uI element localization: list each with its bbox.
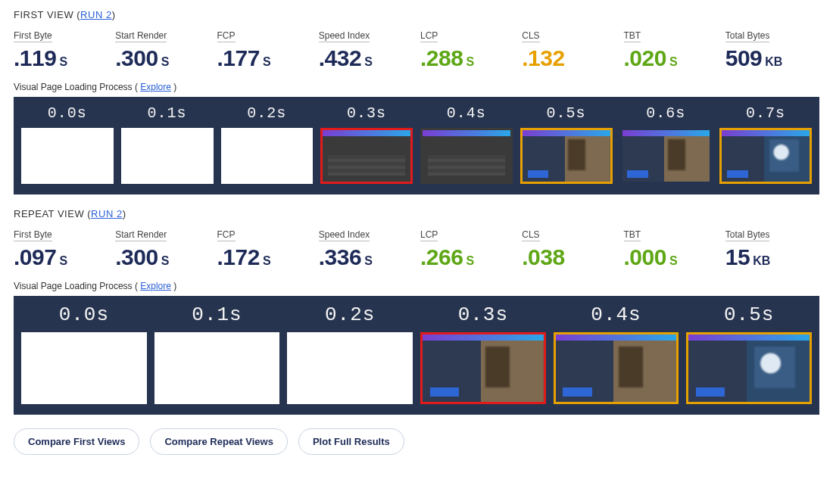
metric-unit: S: [364, 55, 373, 69]
explore-link[interactable]: Explore: [140, 82, 171, 92]
metric-label: LCP: [420, 229, 438, 241]
metric-fcp: FCP.177S: [217, 28, 311, 71]
filmstrip-frame[interactable]: 0.2s: [221, 104, 314, 184]
vplp-text: Visual Page Loading Process: [14, 281, 133, 291]
metric-start-render: Start Render.300S: [115, 227, 209, 270]
visual-loading-label: Visual Page Loading Process ( Explore ): [14, 281, 819, 291]
filmstrip-frame[interactable]: 0.1s: [154, 303, 280, 404]
metric-label: Total Bytes: [725, 30, 770, 42]
frame-thumbnail[interactable]: [620, 128, 713, 184]
frame-time: 0.0s: [48, 104, 87, 122]
metric-label: Total Bytes: [725, 229, 770, 241]
metric-value: .300: [115, 45, 158, 71]
metric-unit: S: [364, 254, 373, 268]
metric-unit: S: [161, 254, 170, 268]
metric-label: Speed Index: [319, 229, 370, 241]
metric-speed-index: Speed Index.336S: [319, 227, 413, 270]
filmstrip-frame[interactable]: 0.4s: [420, 104, 513, 184]
filmstrip-frame[interactable]: 0.5s: [686, 303, 812, 404]
frame-thumbnail[interactable]: [420, 128, 513, 184]
compare-first-button[interactable]: Compare First Views: [14, 428, 139, 455]
filmstrip-frame[interactable]: 0.2s: [287, 303, 413, 404]
frame-thumbnail[interactable]: [420, 332, 546, 404]
frame-thumbnail[interactable]: [554, 332, 679, 404]
frame-thumbnail[interactable]: [320, 128, 413, 184]
filmstrip-frame[interactable]: 0.6s: [620, 104, 713, 184]
metric-value: .300: [115, 244, 158, 270]
metric-fcp: FCP.172S: [217, 227, 311, 270]
view-title: REPEAT VIEW (RUN 2): [14, 208, 819, 219]
frame-time: 0.5s: [547, 104, 586, 122]
metric-value: 15: [725, 244, 750, 270]
compare-repeat-button[interactable]: Compare Repeat Views: [150, 428, 288, 455]
explore-link[interactable]: Explore: [140, 281, 171, 291]
metric-total-bytes: Total Bytes509KB: [725, 28, 819, 71]
metric-unit: S: [263, 55, 271, 69]
metric-label: Start Render: [115, 229, 167, 241]
view-title-prefix: REPEAT VIEW: [14, 208, 84, 219]
visual-loading-label: Visual Page Loading Process ( Explore ): [14, 82, 819, 92]
frame-time: 0.2s: [247, 104, 286, 122]
metric-unit: S: [669, 55, 678, 69]
frame-thumbnail[interactable]: [21, 332, 147, 404]
filmstrip-frame[interactable]: 0.0s: [21, 104, 114, 184]
metric-label: First Byte: [14, 30, 52, 42]
metric-value: .020: [624, 45, 666, 71]
filmstrip-frame[interactable]: 0.3s: [320, 104, 413, 184]
metric-label: CLS: [522, 30, 539, 42]
frame-time: 0.2s: [325, 303, 375, 326]
metric-label: TBT: [624, 229, 641, 241]
metric-value: 509: [725, 45, 763, 71]
filmstrip-frame[interactable]: 0.7s: [719, 104, 812, 184]
run-link[interactable]: RUN 2: [80, 9, 112, 20]
metric-label: TBT: [624, 30, 641, 42]
filmstrip-frame[interactable]: 0.4s: [554, 303, 679, 404]
metric-label: FCP: [217, 30, 236, 42]
action-buttons: Compare First Views Compare Repeat Views…: [14, 428, 819, 455]
filmstrip-frame[interactable]: 0.3s: [420, 303, 546, 404]
metric-label: Start Render: [115, 30, 167, 42]
metric-value: .288: [420, 45, 463, 71]
frame-thumbnail[interactable]: [21, 128, 114, 184]
filmstrip: 0.0s0.1s0.2s0.3s0.4s0.5s0.6s0.7s: [14, 97, 819, 194]
metric-value: .132: [522, 45, 564, 71]
metric-value: .336: [319, 244, 361, 270]
metric-label: Speed Index: [319, 30, 370, 42]
metric-value: .266: [420, 244, 463, 270]
metric-tbt: TBT.000S: [624, 227, 718, 270]
filmstrip-frame[interactable]: 0.1s: [121, 104, 214, 184]
plot-full-button[interactable]: Plot Full Results: [298, 428, 404, 455]
metric-value: .097: [14, 244, 56, 270]
metric-start-render: Start Render.300S: [115, 28, 209, 71]
metric-cls: CLS.038: [522, 227, 616, 270]
metric-unit: S: [59, 55, 67, 69]
metric-label: LCP: [420, 30, 438, 42]
metric-lcp: LCP.266S: [420, 227, 514, 270]
filmstrip: 0.0s0.1s0.2s0.3s0.4s0.5s: [14, 296, 819, 415]
metric-unit: KB: [765, 55, 782, 69]
frame-time: 0.4s: [591, 303, 641, 326]
run-link[interactable]: RUN 2: [91, 208, 123, 219]
metric-cls: CLS.132: [522, 28, 616, 71]
metric-value: .000: [624, 244, 666, 270]
view-title: FIRST VIEW (RUN 2): [14, 9, 819, 20]
frame-thumbnail[interactable]: [121, 128, 214, 184]
metric-total-bytes: Total Bytes15KB: [725, 227, 819, 270]
frame-thumbnail[interactable]: [221, 128, 314, 184]
frame-time: 0.4s: [447, 104, 486, 122]
frame-thumbnail[interactable]: [287, 332, 413, 404]
filmstrip-frame[interactable]: 0.5s: [520, 104, 613, 184]
metric-value: .119: [14, 45, 56, 71]
metric-unit: KB: [753, 254, 770, 268]
frame-thumbnail[interactable]: [686, 332, 812, 404]
metric-value: .177: [217, 45, 260, 71]
metric-value: .038: [522, 244, 564, 270]
frame-thumbnail[interactable]: [719, 128, 812, 184]
filmstrip-frame[interactable]: 0.0s: [21, 303, 147, 404]
frame-time: 0.5s: [724, 303, 774, 326]
metric-unit: S: [161, 55, 170, 69]
frame-thumbnail[interactable]: [154, 332, 280, 404]
frame-thumbnail[interactable]: [520, 128, 613, 184]
metric-first-byte: First Byte.097S: [14, 227, 108, 270]
metric-tbt: TBT.020S: [624, 28, 718, 71]
